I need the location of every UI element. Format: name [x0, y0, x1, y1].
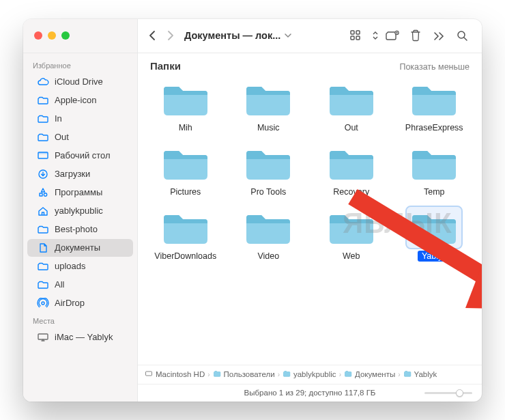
- close-button[interactable]: [34, 31, 42, 40]
- titlebar: Документы — лок...: [23, 19, 482, 53]
- airdrop-icon: [37, 297, 49, 309]
- folder-icon: [324, 79, 379, 120]
- sidebar-item-best-photo[interactable]: Best-photo: [27, 221, 133, 238]
- group-button[interactable]: [381, 25, 404, 46]
- path-segment-yablyk[interactable]: Yablyk: [403, 370, 437, 379]
- folder-phraseexpress[interactable]: PhraseExpress: [395, 76, 474, 136]
- sidebar-item-label: Рабочий стол: [55, 150, 111, 160]
- svg-rect-2: [351, 36, 354, 40]
- path-segment-macintosh-hd[interactable]: Macintosh HD: [145, 369, 205, 379]
- folder-video[interactable]: Video: [229, 204, 308, 264]
- sidebar-item-label: Apple-icon: [55, 95, 96, 105]
- cloud-icon: [37, 76, 49, 88]
- path-segment--[interactable]: Пользователи: [213, 370, 275, 379]
- folder-yablyk[interactable]: Yablyk: [395, 204, 474, 264]
- sidebar: Избранное iCloud DriveApple-iconInOutРаб…: [23, 53, 138, 402]
- view-icons-button[interactable]: [345, 25, 369, 46]
- minimize-button[interactable]: [48, 31, 56, 40]
- folder-label: Music: [253, 122, 284, 133]
- folder-icon: [241, 143, 295, 184]
- path-separator: ›: [339, 371, 341, 378]
- folder-music[interactable]: Music: [229, 76, 308, 136]
- view-options-button[interactable]: [370, 25, 381, 46]
- folder-icon: [158, 79, 213, 120]
- svg-rect-0: [351, 31, 354, 34]
- sidebar-item-in[interactable]: In: [27, 110, 133, 128]
- folder-icon: [283, 370, 291, 379]
- folder-viberdownloads[interactable]: ViberDownloads: [146, 204, 225, 264]
- disk-icon: [145, 369, 153, 379]
- sidebar-item-icloud-drive[interactable]: iCloud Drive: [27, 73, 133, 91]
- sidebar-item--[interactable]: Программы: [27, 184, 133, 201]
- sidebar-item-apple-icon[interactable]: Apple-icon: [27, 92, 133, 109]
- svg-rect-15: [146, 372, 152, 376]
- desktop-icon: [37, 150, 49, 162]
- folder-label: Pro Tools: [246, 186, 290, 197]
- folder-mih[interactable]: Mih: [146, 76, 225, 136]
- folder-label: PhraseExpress: [401, 122, 467, 133]
- icon-size-slider[interactable]: [424, 392, 472, 394]
- folder-icon: [403, 370, 412, 379]
- svg-rect-10: [38, 152, 48, 154]
- sidebar-item-uploads[interactable]: uploads: [27, 257, 133, 275]
- window-controls: [34, 31, 70, 40]
- titlebar-sidebar-area: [23, 19, 138, 53]
- sidebar-item-label: yablykpublic: [55, 206, 103, 216]
- sidebar-item--[interactable]: Рабочий стол: [27, 147, 133, 165]
- folder-web[interactable]: Web: [312, 204, 391, 264]
- svg-line-8: [464, 38, 467, 40]
- display-icon: [37, 331, 49, 344]
- trash-button[interactable]: [404, 25, 427, 46]
- path-segment--[interactable]: Документы: [344, 370, 395, 379]
- title-disclosure[interactable]: [285, 33, 291, 38]
- search-button[interactable]: [450, 25, 474, 46]
- path-separator: ›: [278, 371, 280, 378]
- sidebar-item--[interactable]: Загрузки: [27, 165, 133, 183]
- sidebar-item-label: Документы: [55, 242, 100, 253]
- folder-icon: [241, 79, 295, 120]
- zoom-button[interactable]: [61, 31, 70, 40]
- folder-recovery[interactable]: Recovery: [312, 140, 391, 200]
- folder-label: Recovery: [329, 186, 373, 197]
- path-label: Документы: [355, 370, 395, 378]
- sidebar-item-label: Best-photo: [55, 224, 98, 234]
- folder-icon: [37, 223, 49, 236]
- sidebar-location-imac-yablyk[interactable]: iMac — Yablyk: [27, 328, 133, 346]
- downloads-icon: [37, 168, 49, 180]
- path-segment-yablykpublic[interactable]: yablykpublic: [283, 370, 336, 379]
- folder-icon: [324, 143, 379, 184]
- sidebar-item-label: iCloud Drive: [55, 76, 103, 87]
- sidebar-item-airdrop[interactable]: AirDrop: [27, 294, 133, 312]
- svg-rect-14: [38, 334, 48, 339]
- apps-icon: [37, 186, 49, 199]
- path-bar: Macintosh HD›Пользователи›yablykpublic›Д…: [138, 365, 482, 384]
- folder-label: Out: [341, 122, 362, 133]
- sidebar-item-label: In: [55, 113, 62, 124]
- sidebar-item-label: uploads: [55, 261, 86, 271]
- sidebar-item-all[interactable]: All: [27, 276, 133, 294]
- back-button[interactable]: [143, 25, 161, 46]
- content-area: Папки Показать меньше MihMusicOutPhraseE…: [138, 53, 482, 402]
- folder-out[interactable]: Out: [312, 76, 391, 136]
- sidebar-item--[interactable]: Документы: [27, 239, 133, 257]
- sidebar-item-yablykpublic[interactable]: yablykpublic: [27, 202, 133, 220]
- folder-icon: [37, 260, 49, 272]
- path-label: Macintosh HD: [156, 370, 205, 378]
- folder-icon: [37, 279, 49, 291]
- section-toggle[interactable]: Показать меньше: [399, 62, 470, 72]
- folder-grid: MihMusicOutPhraseExpressPicturesPro Tool…: [138, 73, 482, 365]
- sidebar-item-label: AirDrop: [55, 298, 85, 308]
- folder-pro-tools[interactable]: Pro Tools: [229, 140, 308, 200]
- folder-icon: [407, 79, 461, 120]
- folder-icon: [241, 207, 295, 248]
- folder-icon: [37, 131, 49, 143]
- status-bar: Выбрано 1 из 29; доступно 117,8 ГБ: [138, 384, 482, 402]
- forward-button[interactable]: [161, 25, 179, 46]
- folder-pictures[interactable]: Pictures: [146, 140, 225, 200]
- folder-icon: [407, 207, 461, 248]
- sidebar-section-locations: Места: [23, 313, 137, 328]
- folder-temp[interactable]: Temp: [395, 140, 474, 200]
- sidebar-item-label: iMac — Yablyk: [55, 332, 113, 342]
- overflow-button[interactable]: [427, 25, 450, 46]
- sidebar-item-out[interactable]: Out: [27, 128, 133, 146]
